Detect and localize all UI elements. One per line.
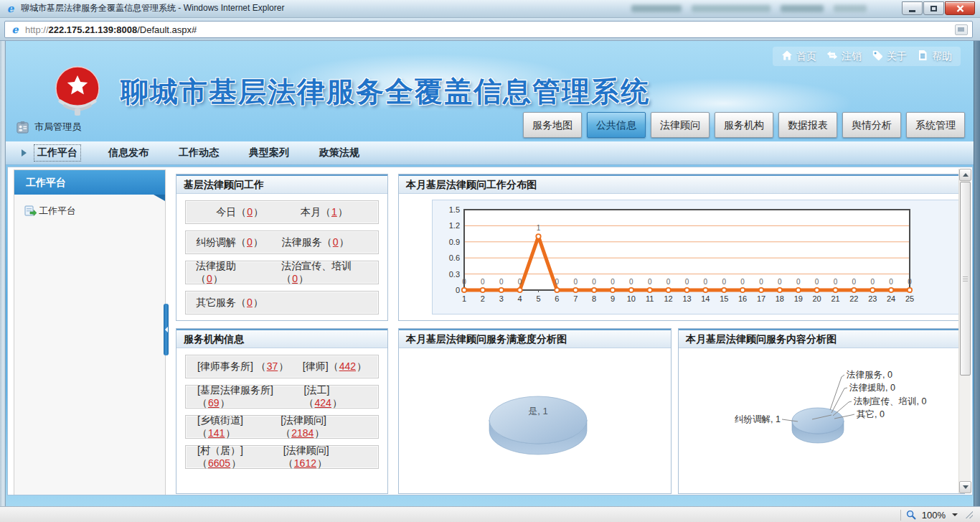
pie-label-dispute: 纠纷调解, 1 (735, 414, 781, 424)
tab-法律顾问[interactable]: 法律顾问 (651, 112, 710, 138)
content-area: 工作平台 工作平台 基层法律顾问工作 今日（0）本月（1）纠纷调解（0）法律服务… (7, 167, 973, 495)
window-titlebar[interactable]: e 聊城市基层法律服务全覆盖信息管理系统 - Windows Internet … (0, 0, 980, 18)
topnav-注销[interactable]: 注销 (826, 50, 862, 63)
tab-数据报表[interactable]: 数据报表 (778, 112, 837, 138)
tag-icon (872, 50, 883, 63)
stat-value-link[interactable]: 0 (292, 273, 298, 284)
document-icon (917, 50, 928, 63)
window-frame-right (974, 41, 980, 506)
svg-text:6: 6 (555, 294, 559, 303)
zoom-magnifier-icon[interactable] (906, 510, 917, 521)
stat-item: [律师]（442） (303, 360, 367, 373)
stat-value-link[interactable]: 0 (247, 236, 253, 248)
stat-label: [基层法律服务所] (197, 384, 273, 396)
user-badge-icon (16, 121, 29, 134)
sidebar-collapse-handle[interactable] (164, 304, 169, 355)
subnav-政策法规[interactable]: 政策法规 (316, 145, 362, 161)
svg-text:21: 21 (831, 294, 839, 303)
svg-text:18: 18 (776, 294, 784, 303)
stat-item: [法律顾问]（1612） (283, 444, 367, 470)
scrollbar-thumb[interactable] (960, 182, 971, 376)
stat-value-link[interactable]: 1612 (294, 457, 316, 469)
stat-row: 纠纷调解（0）法律服务（0） (185, 230, 379, 254)
statusbar-separator (900, 510, 901, 521)
subnav-工作平台[interactable]: 工作平台 (34, 144, 81, 162)
tab-服务机构[interactable]: 服务机构 (715, 112, 773, 138)
stat-value-link[interactable]: 0 (333, 236, 339, 248)
minimize-icon (909, 10, 915, 12)
svg-text:0: 0 (759, 278, 763, 286)
svg-text:0: 0 (740, 278, 745, 286)
stat-label: 今日 (216, 206, 236, 218)
sidebar-item-label: 工作平台 (39, 205, 76, 218)
stat-item: [法律顾问]（2184） (281, 414, 367, 440)
main-tabs: 服务地图公共信息法律顾问服务机构数据报表舆情分析系统管理 (523, 112, 965, 138)
scroll-up-icon (963, 173, 969, 177)
subnav-工作动态[interactable]: 工作动态 (176, 145, 222, 161)
subnav-信息发布[interactable]: 信息发布 (105, 145, 151, 161)
line-chart: 00.30.60.91.21.5123456789101112131415161… (432, 200, 961, 314)
stat-value-link[interactable]: 141 (208, 427, 225, 439)
svg-text:0: 0 (573, 278, 578, 286)
svg-text:0: 0 (815, 278, 819, 286)
maximize-button[interactable] (923, 1, 944, 15)
user-role-label: 市局管理员 (34, 121, 81, 134)
stat-label: [律师事务所] (197, 360, 256, 372)
address-input[interactable]: e http://222.175.21.139:8008/Default.asp… (4, 21, 973, 38)
scroll-up-button[interactable] (959, 169, 971, 181)
close-button[interactable] (945, 1, 975, 15)
svg-text:1.5: 1.5 (449, 205, 460, 214)
page-arrow-icon (24, 205, 37, 217)
sidebar-item-work-platform[interactable]: 工作平台 (14, 195, 165, 218)
tab-舆情分析[interactable]: 舆情分析 (842, 112, 901, 138)
agency-emblem-logo (50, 64, 105, 118)
stat-label: 其它服务 (196, 297, 236, 308)
stat-value-link[interactable]: 69 (208, 397, 220, 409)
svg-text:0: 0 (685, 278, 689, 286)
minimize-button[interactable] (902, 1, 923, 15)
sidebar: 工作平台 工作平台 (14, 169, 166, 495)
satisfaction-pie-chart: 是, 1 (399, 348, 671, 493)
topnav-帮助[interactable]: 帮助 (917, 50, 952, 63)
svg-text:0: 0 (704, 278, 708, 286)
subnav-典型案列[interactable]: 典型案列 (246, 145, 292, 161)
panel-advisor-work-title: 基层法律顾问工作 (176, 174, 387, 194)
stat-item: 法律服务（0） (282, 236, 349, 249)
svg-text:12: 12 (664, 294, 673, 303)
pie-label-legal-aid: 法律援助, 0 (849, 383, 895, 393)
svg-text:0: 0 (592, 278, 596, 286)
svg-text:0: 0 (778, 278, 782, 286)
stat-value-link[interactable]: 442 (339, 360, 356, 372)
stat-value-link[interactable]: 424 (315, 397, 331, 409)
topnav-首页[interactable]: 首页 (781, 50, 816, 63)
stat-value-link[interactable]: 0 (207, 273, 212, 284)
status-bar: 100% (0, 506, 980, 522)
stat-value-link[interactable]: 2184 (291, 427, 314, 439)
stat-label: 纠纷调解 (196, 236, 236, 248)
stat-value-link[interactable]: 1 (331, 206, 337, 218)
tab-公共信息[interactable]: 公共信息 (587, 112, 646, 138)
stat-value-link[interactable]: 0 (247, 297, 253, 308)
compatibility-view-icon[interactable] (955, 24, 968, 35)
tab-服务地图[interactable]: 服务地图 (523, 112, 582, 138)
window-resize-grip[interactable] (966, 511, 973, 518)
home-icon (781, 50, 793, 63)
topnav-关于[interactable]: 关于 (872, 50, 907, 63)
stat-value-link[interactable]: 37 (267, 360, 278, 372)
svg-text:0: 0 (629, 278, 633, 286)
sidebar-header: 工作平台 (14, 170, 165, 195)
pie-label-legal-service: 法律服务, 0 (846, 370, 892, 380)
stat-value-link[interactable]: 0 (247, 206, 253, 218)
stat-value-link[interactable]: 6605 (208, 457, 230, 469)
svg-text:2: 2 (481, 294, 485, 303)
stat-label: [法工] (304, 384, 330, 396)
site-title: 聊城市基层法律服务全覆盖信息管理系统 (121, 73, 650, 111)
tab-系统管理[interactable]: 系统管理 (906, 112, 965, 138)
content-scrollbar[interactable] (958, 169, 971, 493)
close-icon (956, 5, 964, 12)
zoom-level-label[interactable]: 100% (922, 510, 946, 521)
panel-advisor-work: 基层法律顾问工作 今日（0）本月（1）纠纷调解（0）法律服务（0）法律援助（0）… (176, 174, 388, 321)
stat-item: 其它服务（0） (196, 297, 263, 309)
zoom-dropdown-caret[interactable] (952, 513, 958, 516)
scroll-down-button[interactable] (959, 481, 971, 493)
